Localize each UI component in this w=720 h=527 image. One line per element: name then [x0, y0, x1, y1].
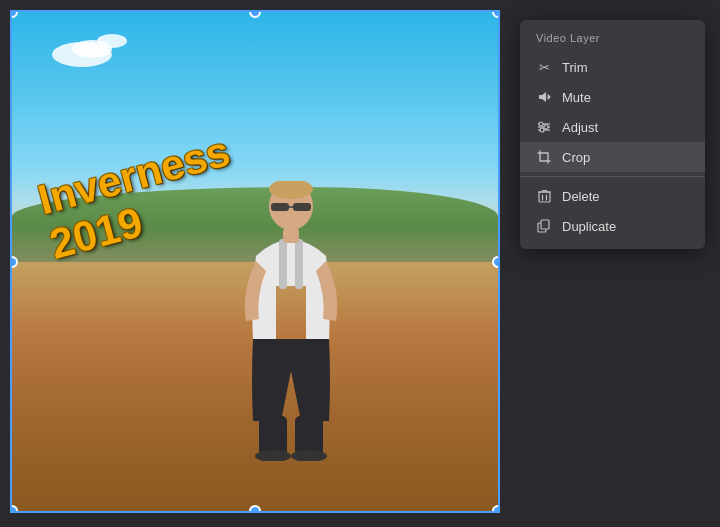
context-menu: Video Layer ✂ Trim Mute: [520, 20, 705, 249]
svg-rect-6: [295, 239, 303, 289]
menu-item-crop[interactable]: Crop: [520, 142, 705, 172]
menu-section-label: Video Layer: [520, 28, 705, 52]
svg-rect-5: [279, 239, 287, 289]
menu-item-duplicate[interactable]: Duplicate: [520, 211, 705, 241]
menu-item-trim[interactable]: ✂ Trim: [520, 52, 705, 82]
adjust-label: Adjust: [562, 120, 598, 135]
adjust-icon: [536, 119, 552, 135]
video-frame[interactable]: Inverness 2019: [10, 10, 500, 513]
menu-item-mute[interactable]: Mute: [520, 82, 705, 112]
cloud: [97, 34, 127, 48]
menu-divider: [520, 176, 705, 177]
mute-icon: [536, 89, 552, 105]
delete-label: Delete: [562, 189, 600, 204]
handle-bottom-center[interactable]: [249, 505, 261, 513]
svg-rect-2: [293, 203, 311, 211]
trim-icon: ✂: [536, 59, 552, 75]
svg-point-15: [539, 122, 543, 126]
svg-point-17: [540, 128, 544, 132]
handle-middle-right[interactable]: [492, 256, 500, 268]
crop-label: Crop: [562, 150, 590, 165]
canvas-area: Inverness 2019 Video Layer ✂ Trim Mute: [0, 0, 720, 527]
duplicate-icon: [536, 218, 552, 234]
trim-label: Trim: [562, 60, 588, 75]
duplicate-label: Duplicate: [562, 219, 616, 234]
svg-rect-18: [539, 192, 550, 202]
delete-icon: [536, 188, 552, 204]
mute-label: Mute: [562, 90, 591, 105]
menu-item-adjust[interactable]: Adjust: [520, 112, 705, 142]
svg-rect-1: [271, 203, 289, 211]
svg-rect-24: [541, 220, 549, 229]
svg-rect-11: [283, 228, 299, 243]
menu-item-delete[interactable]: Delete: [520, 181, 705, 211]
crop-icon: [536, 149, 552, 165]
svg-point-16: [544, 125, 548, 129]
handle-bottom-right[interactable]: [492, 505, 500, 513]
person-silhouette: [231, 181, 351, 461]
